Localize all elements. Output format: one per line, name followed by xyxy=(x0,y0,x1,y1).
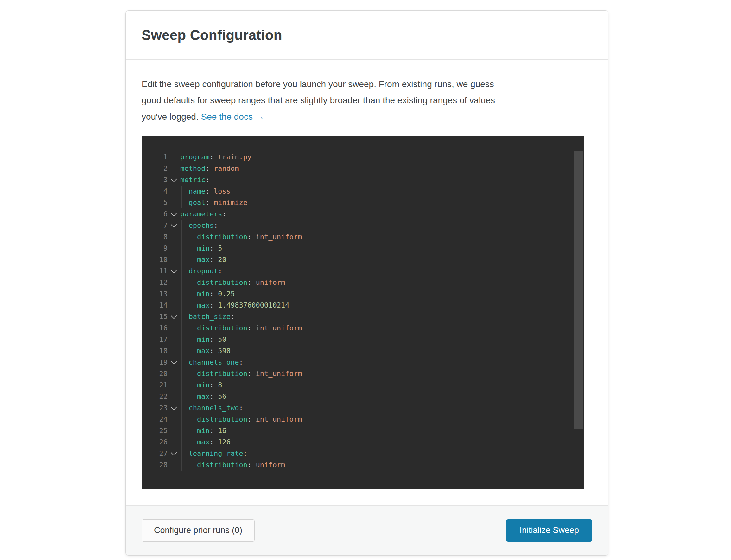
line-number: 8 xyxy=(142,231,168,243)
initialize-sweep-button[interactable]: Initialize Sweep xyxy=(506,519,592,542)
code-line-text: name: loss xyxy=(180,186,584,197)
line-number: 22 xyxy=(142,391,168,402)
code-line[interactable]: 10max: 20 xyxy=(142,254,584,265)
code-line[interactable]: 12distribution: uniform xyxy=(142,277,584,288)
arrow-right-icon[interactable]: → xyxy=(255,111,265,122)
fold-toggle[interactable] xyxy=(168,265,180,277)
code-line[interactable]: 14max: 1.498376000010214 xyxy=(142,300,584,311)
code-line[interactable]: 17min: 50 xyxy=(142,334,584,345)
code-line[interactable]: 13min: 0.25 xyxy=(142,288,584,300)
code-line[interactable]: 18max: 590 xyxy=(142,345,584,357)
code-line[interactable]: 11dropout: xyxy=(142,265,584,277)
code-line[interactable]: 21min: 8 xyxy=(142,379,584,391)
code-line-text: program: train.py xyxy=(180,151,584,163)
fold-cell-empty xyxy=(168,277,180,288)
code-line[interactable]: 4name: loss xyxy=(142,186,584,197)
code-line[interactable]: 20distribution: int_uniform xyxy=(142,368,584,379)
code-line[interactable]: 3metric: xyxy=(142,174,584,186)
indent-guide xyxy=(181,334,182,345)
code-line[interactable]: 23channels_two: xyxy=(142,402,584,414)
code-line[interactable]: 7epochs: xyxy=(142,220,584,231)
fold-toggle[interactable] xyxy=(168,357,180,368)
indent-guide xyxy=(190,254,190,265)
code-line[interactable]: 27learning_rate: xyxy=(142,448,584,459)
fold-toggle[interactable] xyxy=(168,220,180,231)
line-number: 15 xyxy=(142,311,168,322)
code-line[interactable]: 26max: 126 xyxy=(142,436,584,448)
yaml-key: distribution xyxy=(197,461,247,469)
yaml-value: 50 xyxy=(218,335,226,343)
configure-prior-runs-button[interactable]: Configure prior runs (0) xyxy=(142,519,255,542)
yaml-value: uniform xyxy=(256,461,285,469)
indent-guide xyxy=(181,357,182,368)
fold-toggle[interactable] xyxy=(168,208,180,220)
code-line[interactable]: 24distribution: int_uniform xyxy=(142,414,584,425)
fold-toggle[interactable] xyxy=(168,402,180,414)
indent-guide xyxy=(190,425,190,436)
yaml-key: min xyxy=(197,335,210,343)
chevron-down-icon[interactable] xyxy=(171,210,177,216)
line-number: 7 xyxy=(142,220,168,231)
fold-toggle[interactable] xyxy=(168,174,180,186)
fold-cell-empty xyxy=(168,197,180,208)
line-number: 6 xyxy=(142,208,168,220)
line-number: 16 xyxy=(142,322,168,334)
yaml-key: parameters xyxy=(180,210,222,218)
indent-guide xyxy=(181,402,182,414)
yaml-colon: : xyxy=(247,233,256,241)
code-line[interactable]: 19channels_one: xyxy=(142,357,584,368)
yaml-value: 56 xyxy=(218,392,226,400)
yaml-key: min xyxy=(197,290,210,298)
yaml-colon: : xyxy=(210,392,218,400)
indent-guide xyxy=(190,231,190,243)
code-line[interactable]: 1program: train.py xyxy=(142,151,584,163)
chevron-down-icon[interactable] xyxy=(171,404,177,410)
code-line[interactable]: 16distribution: int_uniform xyxy=(142,322,584,334)
yaml-colon: : xyxy=(210,381,218,389)
code-line[interactable]: 25min: 16 xyxy=(142,425,584,436)
fold-toggle[interactable] xyxy=(168,448,180,459)
chevron-down-icon[interactable] xyxy=(171,313,177,319)
chevron-down-icon[interactable] xyxy=(171,221,177,228)
fold-toggle[interactable] xyxy=(168,311,180,322)
yaml-colon: : xyxy=(247,278,256,286)
code-line[interactable]: 9min: 5 xyxy=(142,243,584,254)
indent-guide xyxy=(181,311,182,322)
yaml-key: min xyxy=(197,381,210,389)
yaml-key: max xyxy=(197,438,210,446)
chevron-down-icon[interactable] xyxy=(171,267,177,273)
editor-scrollbar-thumb[interactable] xyxy=(574,151,583,429)
chevron-down-icon[interactable] xyxy=(171,176,177,182)
code-line[interactable]: 28distribution: uniform xyxy=(142,459,584,471)
code-line[interactable]: 2method: random xyxy=(142,163,584,174)
code-line[interactable]: 6parameters: xyxy=(142,208,584,220)
code-line[interactable]: 22max: 56 xyxy=(142,391,584,402)
code-line[interactable]: 8distribution: int_uniform xyxy=(142,231,584,243)
yaml-colon: : xyxy=(231,313,235,321)
yaml-key: channels_two xyxy=(189,404,239,412)
indent-guide xyxy=(181,414,182,425)
chevron-down-icon[interactable] xyxy=(171,449,177,456)
dialog-title: Sweep Configuration xyxy=(142,27,282,43)
code-line[interactable]: 5goal: minimize xyxy=(142,197,584,208)
code-line[interactable]: 15batch_size: xyxy=(142,311,584,322)
yaml-value: 5 xyxy=(218,244,222,252)
code-line-text: max: 56 xyxy=(180,391,584,402)
code-line-text: batch_size: xyxy=(180,311,584,322)
fold-cell-empty xyxy=(168,379,180,391)
line-number: 27 xyxy=(142,448,168,459)
fold-cell-empty xyxy=(168,436,180,448)
yaml-key: max xyxy=(197,256,210,264)
line-number: 14 xyxy=(142,300,168,311)
yaml-key: distribution xyxy=(197,370,247,378)
line-number: 12 xyxy=(142,277,168,288)
line-number: 9 xyxy=(142,243,168,254)
see-the-docs-link[interactable]: See the docs xyxy=(201,112,252,122)
sweep-config-code-editor[interactable]: 1program: train.py2method: random3metric… xyxy=(142,136,584,489)
line-number: 5 xyxy=(142,197,168,208)
code-line-text: parameters: xyxy=(180,208,584,220)
line-number: 24 xyxy=(142,414,168,425)
indent-guide xyxy=(181,448,182,459)
code-line-text: max: 590 xyxy=(180,345,584,357)
chevron-down-icon[interactable] xyxy=(171,358,177,365)
